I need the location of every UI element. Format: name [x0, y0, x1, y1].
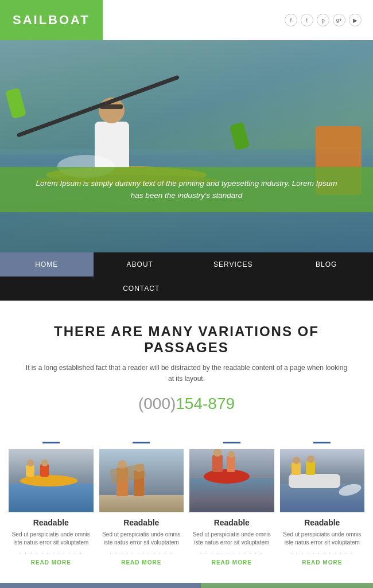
- pinterest-icon[interactable]: p: [317, 14, 329, 26]
- bottom-left: At vero eos et accusamus Sed ut perspici…: [0, 583, 201, 588]
- hero-text-overlay: Lorem Ipsum is simply dummy text of the …: [0, 167, 373, 212]
- logo-text: SAILBOAT: [13, 13, 90, 28]
- card-2-title: Readable: [99, 518, 184, 527]
- card-3: Readable Sed ut perspiciatis unde omnis …: [189, 442, 274, 566]
- card-3-link[interactable]: READ MORE: [189, 559, 274, 566]
- card-3-title: Readable: [189, 518, 274, 527]
- main-subtitle: It is a long established fact that a rea…: [23, 363, 350, 384]
- card-4-link[interactable]: READ MORE: [280, 559, 365, 566]
- card-4-dots: · · · · · · · · · · · ·: [280, 550, 365, 556]
- card-1-link[interactable]: READ MORE: [9, 559, 94, 566]
- logo-box: SAILBOAT: [0, 0, 103, 40]
- phone-number: (000)154-879: [23, 395, 350, 413]
- phone-highlight: 154-879: [176, 395, 235, 412]
- bottom-section: At vero eos et accusamus Sed ut perspici…: [0, 583, 373, 588]
- card-1-text: Sed ut perspiciatis unde omnis iste natu…: [9, 531, 94, 547]
- card-4-title: Readable: [280, 518, 365, 527]
- card-4-image: [280, 449, 365, 512]
- hero-text: Lorem Ipsum is simply dummy text of the …: [34, 177, 339, 202]
- card-2-dots: · · · · · · · · · · · ·: [99, 550, 184, 556]
- card-4-text: Sed ut perspiciatis unde omnis iste natu…: [280, 531, 365, 547]
- card-1: Readable Sed ut perspiciatis unde omnis …: [9, 442, 94, 566]
- card-1-image: [9, 449, 94, 512]
- navigation: HOME ABOUT SERVICES BLOG CONTACT: [0, 252, 373, 301]
- cards-row: Readable Sed ut perspiciatis unde omnis …: [9, 442, 364, 566]
- twitter-icon[interactable]: t: [301, 14, 313, 26]
- main-section: THERE ARE MANY VARIATIONS OF PASSAGES It…: [0, 301, 373, 442]
- card-2-link[interactable]: READ MORE: [99, 559, 184, 566]
- social-icons-bar: f t p g+ ▶: [285, 0, 373, 40]
- nav-item-contact-row: CONTACT: [0, 277, 373, 301]
- card-4: Readable Sed ut perspiciatis unde omnis …: [280, 442, 365, 566]
- cards-section: Readable Sed ut perspiciatis unde omnis …: [0, 442, 373, 583]
- card-1-dots: · · · · · · · · · · · ·: [9, 550, 94, 556]
- card-1-title: Readable: [9, 518, 94, 527]
- youtube-icon[interactable]: ▶: [349, 14, 362, 26]
- bottom-right: [201, 583, 373, 588]
- card-3-image: [189, 449, 274, 512]
- main-title: THERE ARE MANY VARIATIONS OF PASSAGES: [23, 324, 350, 356]
- card-2-text: Sed ut perspiciatis unde omnis iste natu…: [99, 531, 184, 547]
- nav-item-home[interactable]: HOME: [0, 252, 94, 277]
- card-1-accent: [42, 442, 60, 443]
- nav-item-contact[interactable]: CONTACT: [91, 277, 193, 301]
- card-3-dots: · · · · · · · · · · · ·: [189, 550, 274, 556]
- googleplus-icon[interactable]: g+: [333, 14, 345, 26]
- nav-item-blog[interactable]: BLOG: [280, 252, 374, 277]
- card-4-accent: [313, 442, 331, 443]
- card-2-image: [99, 449, 184, 512]
- nav-item-about[interactable]: ABOUT: [94, 252, 187, 277]
- hero-section: Lorem Ipsum is simply dummy text of the …: [0, 40, 373, 252]
- facebook-icon[interactable]: f: [285, 14, 297, 26]
- card-3-accent: [223, 442, 240, 443]
- card-2-accent: [133, 442, 150, 443]
- card-3-text: Sed ut perspiciatis unde omnis iste natu…: [189, 531, 274, 547]
- nav-item-services[interactable]: SERVICES: [187, 252, 280, 277]
- card-2: Readable Sed ut perspiciatis unde omnis …: [99, 442, 184, 566]
